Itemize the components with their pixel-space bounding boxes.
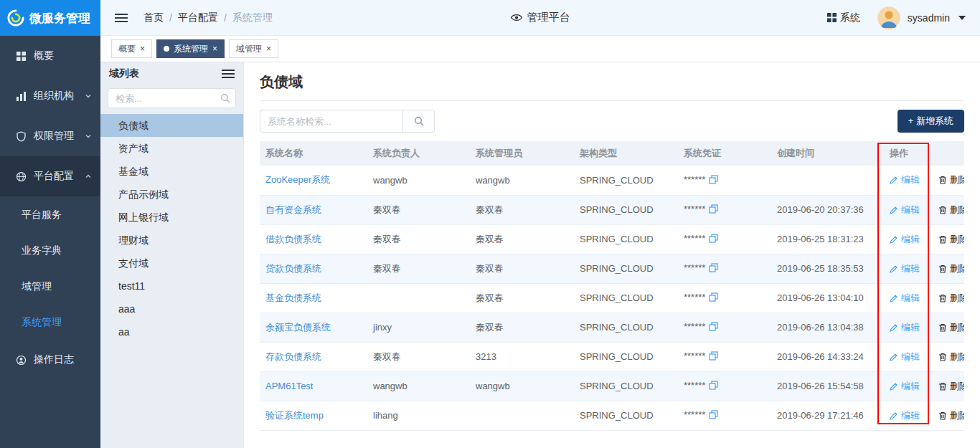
breadcrumb-home[interactable]: 首页 [143,11,164,24]
copy-icon[interactable] [709,263,718,275]
close-icon[interactable]: × [140,44,145,53]
search-button[interactable] [403,110,435,133]
sidebar-item-organization[interactable]: 组织机构 [0,76,100,116]
copy-icon[interactable] [709,175,718,186]
edit-button[interactable]: 编辑 [890,351,920,363]
domain-item[interactable]: 资产域 [100,137,243,160]
system-search-input[interactable] [260,110,403,133]
user-dropdown-caret-icon[interactable] [958,16,966,20]
system-name-link[interactable]: 余额宝负债系统 [265,322,331,333]
trash-icon [938,323,947,332]
domain-item[interactable]: 负债域 [100,114,243,137]
edit-button[interactable]: 编辑 [890,321,920,334]
credential-mask: ****** [684,262,705,273]
system-search-group [260,110,435,133]
copy-icon[interactable] [709,410,718,421]
sidebar-subitem-label: 系统管理 [22,316,62,328]
system-owner-cell: 秦双春 [367,224,470,254]
delete-button[interactable]: 删除 [938,292,964,305]
copy-icon[interactable] [709,381,718,392]
top-bar: 微服务管理 首页 / 平台配置 / 系统管理 管理平台 系统 [0,0,980,36]
delete-button-label: 删除 [950,173,964,186]
sidebar-subitem[interactable]: 平台服务 [0,196,100,232]
copy-icon[interactable] [709,234,718,245]
system-admin-cell: 3213 [470,342,574,371]
col-system-name: 系统名称 [260,141,367,166]
system-name-link[interactable]: 基金负债系统 [265,292,321,303]
domain-search-input[interactable] [108,88,236,108]
pencil-icon [890,353,898,361]
system-name-link[interactable]: 自有资金系统 [265,204,321,215]
domain-item[interactable]: aa [100,320,243,343]
system-menu-button[interactable]: 系统 [827,11,860,24]
delete-button[interactable]: 删除 [938,409,964,422]
arch-type-cell: SPRING_CLOUD [574,371,678,401]
delete-button[interactable]: 删除 [938,173,964,186]
created-time-cell: 2019-06-25 18:35:53 [771,254,884,283]
copy-icon[interactable] [709,322,718,333]
copy-icon[interactable] [709,351,718,363]
hamburger-icon[interactable] [115,14,128,22]
system-name-link[interactable]: 验证系统temp [265,410,324,421]
table-row: ZooKeeper系统 wangwb wangwb SPRING_CLOUD *… [260,166,964,195]
tab-label: 概要 [118,43,136,55]
edit-button[interactable]: 编辑 [890,173,920,186]
system-name-link[interactable]: ZooKeeper系统 [265,174,330,185]
username-label[interactable]: sysadmin [908,12,950,24]
credential-mask: ****** [684,174,705,185]
col-system-admin: 系统管理员 [470,141,574,166]
delete-button[interactable]: 删除 [938,380,964,393]
edit-button[interactable]: 编辑 [890,380,920,393]
copy-icon[interactable] [709,204,718,216]
system-admin-cell: wangwb [470,166,574,195]
top-bar-right: 系统 sysadmin [827,6,966,29]
table-row: 自有资金系统 秦双春 秦双春 SPRING_CLOUD ****** 2019-… [260,195,964,224]
domain-item[interactable]: 网上银行域 [100,206,243,229]
system-name-link[interactable]: 贷款负债系统 [265,263,321,274]
pencil-icon [890,264,898,273]
system-owner-cell: 秦双春 [367,342,470,371]
domain-item[interactable]: test11 [100,275,243,297]
copy-icon[interactable] [709,292,718,304]
breadcrumb-platform-config[interactable]: 平台配置 [178,11,218,24]
system-owner-cell: wangwb [367,371,470,401]
edit-button[interactable]: 编辑 [890,204,920,216]
delete-button[interactable]: 删除 [938,204,964,216]
delete-button-label: 删除 [950,204,964,216]
tab-overview[interactable]: 概要 × [111,39,152,58]
domain-item[interactable]: aaa [100,297,243,320]
tab-domain-management[interactable]: 域管理 × [229,39,278,58]
close-icon[interactable]: × [266,44,271,53]
credential-mask: ****** [684,233,705,244]
domain-item[interactable]: 基金域 [100,160,243,183]
close-icon[interactable]: × [212,44,217,53]
add-system-button[interactable]: + 新增系统 [897,110,964,133]
system-name-link[interactable]: 借款负债系统 [265,234,321,244]
edit-button[interactable]: 编辑 [890,262,920,275]
edit-button[interactable]: 编辑 [890,292,920,305]
delete-button[interactable]: 删除 [938,262,964,275]
user-log-icon [16,355,27,366]
domain-item[interactable]: 理财域 [100,229,243,252]
delete-button[interactable]: 删除 [938,233,964,246]
sidebar-subitem[interactable]: 业务字典 [0,232,100,268]
sidebar-subitem[interactable]: 系统管理 [0,304,100,340]
sidebar-item-label: 组织机构 [34,90,74,103]
avatar[interactable] [877,6,900,29]
domain-menu-icon[interactable] [222,70,235,78]
delete-button[interactable]: 删除 [938,321,964,334]
sidebar-item-operation-log[interactable]: 操作日志 [0,340,100,380]
system-name-link[interactable]: APM61Test [265,381,313,391]
edit-button[interactable]: 编辑 [890,409,920,422]
delete-button[interactable]: 删除 [938,351,964,363]
system-name-link[interactable]: 存款负债系统 [265,351,321,362]
tab-system-management[interactable]: 系统管理 × [156,39,225,58]
sidebar-item-overview[interactable]: 概要 [0,36,100,76]
domain-item[interactable]: 支付域 [100,252,243,275]
delete-button-label: 删除 [950,233,964,246]
edit-button[interactable]: 编辑 [890,233,920,246]
domain-item[interactable]: 产品示例域 [100,183,243,206]
sidebar-item-platform-config[interactable]: 平台配置 [0,156,100,196]
sidebar-item-permissions[interactable]: 权限管理 [0,116,100,156]
sidebar-subitem[interactable]: 域管理 [0,268,100,304]
